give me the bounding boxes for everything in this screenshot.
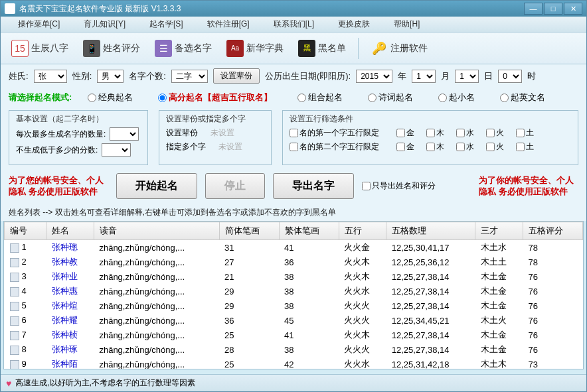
menu-item-2[interactable]: 起名学[S] xyxy=(137,17,195,32)
month-select[interactable]: 1 xyxy=(412,70,436,83)
table-row[interactable]: 4张种惠zhāng,zhǔng/chóng,...2938火火水12,25,27… xyxy=(5,284,583,298)
window-title: 名震天下宝宝起名软件专业版 最新版 V1.3.3.3 xyxy=(19,3,524,15)
toolbar-1[interactable]: 📱姓名评分 xyxy=(78,37,145,60)
col-0[interactable]: 编号 xyxy=(5,222,46,240)
row-icon xyxy=(10,316,19,326)
mode-radio-0[interactable]: 经典起名 xyxy=(88,92,133,103)
day-select[interactable]: 1 xyxy=(455,70,479,83)
toolbar-0[interactable]: 15生辰八字 xyxy=(6,37,74,60)
table-row[interactable]: 8张种琢zhāng,zhǔng/chóng,...2838火火火12,25,27… xyxy=(5,342,583,357)
row-icon xyxy=(10,360,19,369)
col-1[interactable]: 姓名 xyxy=(46,222,94,240)
fieldset2-title: 设置辈份或指定多个字 xyxy=(166,113,264,125)
maximize-button[interactable]: □ xyxy=(544,3,562,15)
warning-right: 为了你的帐号安全、个人隐私 务必使用正版软件 xyxy=(479,175,578,198)
stop-button[interactable]: 停止 xyxy=(205,173,265,199)
row-icon xyxy=(10,331,19,340)
gender-select[interactable]: 男 xyxy=(97,70,124,83)
toolbar-icon-2: ☰ xyxy=(155,40,172,57)
count-label: 名字个数: xyxy=(129,70,166,82)
toolbar-5[interactable]: 🔑注册软件 xyxy=(365,37,433,60)
name-table[interactable]: 编号姓名读音简体笔画繁体笔画五行五格数理三才五格评分 1张种璁zhāng,zhǔ… xyxy=(3,221,584,369)
surname-label: 姓氏: xyxy=(9,70,29,82)
row-icon xyxy=(10,243,19,253)
mode-label: 请选择起名模式: xyxy=(9,92,72,103)
count-select[interactable]: 二字 xyxy=(171,70,208,83)
toolbar-icon-5: 🔑 xyxy=(371,40,388,57)
table-row[interactable]: 9张种陌zhāng,zhǔng/chóng,...2542火火水12,25,31… xyxy=(5,357,583,369)
mode-radio-2[interactable]: 组合起名 xyxy=(297,92,343,103)
wuxing-1-3[interactable]: 火 xyxy=(486,141,504,153)
table-row[interactable]: 3张种业zhāng,zhǔng/chóng,...2138火火木12,25,27… xyxy=(5,269,583,284)
app-icon xyxy=(5,3,15,14)
toolbar-icon-0: 15 xyxy=(11,40,29,57)
menu-item-4[interactable]: 联系我们[L] xyxy=(262,17,326,32)
toolbar-icon-4: 黑 xyxy=(298,40,315,57)
wuxing-0-2[interactable]: 水 xyxy=(456,127,474,139)
menu-item-5[interactable]: 更换皮肤 xyxy=(326,17,382,32)
export-button[interactable]: 导出名字 xyxy=(273,173,354,199)
row-icon xyxy=(10,273,19,282)
wuxing-1-4[interactable]: 土 xyxy=(516,141,534,153)
mode-radio-4[interactable]: 起小名 xyxy=(438,92,475,103)
year-select[interactable]: 2015 xyxy=(356,70,392,83)
col-6[interactable]: 五格数理 xyxy=(386,222,475,240)
row-icon xyxy=(10,258,19,267)
heart-icon: ♥ xyxy=(6,378,11,389)
hour-select[interactable]: 0 xyxy=(498,70,522,83)
col-8[interactable]: 五格评分 xyxy=(523,222,582,240)
toolbar-icon-3: Aa xyxy=(226,40,244,57)
table-row[interactable]: 6张种耀zhāng,zhǔng/chóng,...3645火火火12,25,34… xyxy=(5,313,583,328)
wuxing-1-0[interactable]: 金 xyxy=(396,141,414,153)
row-icon xyxy=(10,287,19,296)
row-icon xyxy=(10,346,19,355)
col-5[interactable]: 五行 xyxy=(339,222,386,240)
mode-radio-5[interactable]: 起英文名 xyxy=(500,92,545,103)
wuxing-0-4[interactable]: 土 xyxy=(516,127,534,139)
minimize-button[interactable]: — xyxy=(524,3,543,15)
mode-radio-3[interactable]: 诗词起名 xyxy=(368,92,413,103)
warning-left: 为了您的帐号安全、个人隐私 务必使用正版软件 xyxy=(9,175,108,198)
export-only-check[interactable]: 只导出姓名和评分 xyxy=(362,180,436,192)
toolbar-2[interactable]: ☰备选名字 xyxy=(149,37,217,60)
menu-item-3[interactable]: 软件注册[G] xyxy=(195,17,262,32)
min-score-select[interactable] xyxy=(102,143,131,157)
col-4[interactable]: 繁体笔画 xyxy=(279,222,339,240)
toolbar-icon-1: 📱 xyxy=(83,40,100,57)
wuxing-0-1[interactable]: 木 xyxy=(426,127,444,139)
fieldset3-title: 设置五行筛选条件 xyxy=(290,113,571,125)
menu-item-6[interactable]: 帮助[H] xyxy=(382,17,432,32)
table-row[interactable]: 5张种煊zhāng,zhǔng/chóng,...2938火火火12,25,27… xyxy=(5,298,583,313)
menu-item-1[interactable]: 育儿知识[Y] xyxy=(72,17,137,32)
gen-setting-button[interactable]: 设置辈份 xyxy=(213,68,260,84)
table-row[interactable]: 7张种桢zhāng,zhǔng/chóng,...2541火火木12,25,27… xyxy=(5,328,583,342)
wuxing-1-2[interactable]: 水 xyxy=(456,141,474,153)
table-row[interactable]: 2张种教zhāng,zhǔng/chóng,...2736火火木12,25,25… xyxy=(5,255,583,269)
max-count-select[interactable] xyxy=(110,127,139,141)
birth-label: 公历出生日期(即阳历): xyxy=(265,70,351,82)
wuxing-0-3[interactable]: 火 xyxy=(486,127,504,139)
wuxing-0-0[interactable]: 金 xyxy=(396,127,414,139)
wuxing-1-1[interactable]: 木 xyxy=(426,141,444,153)
table-row[interactable]: 1张种璁zhāng,zhǔng/chóng,...3141火火金12,25,30… xyxy=(5,240,583,255)
mode-radio-1[interactable]: 高分起名【超吉五行取名】 xyxy=(158,92,272,103)
surname-select[interactable]: 张 xyxy=(34,70,67,83)
col-2[interactable]: 读音 xyxy=(94,222,219,240)
col-3[interactable]: 简体笔画 xyxy=(219,222,279,240)
gender-label: 性别: xyxy=(72,70,92,82)
row-icon xyxy=(10,302,19,311)
start-button[interactable]: 开始起名 xyxy=(116,173,197,199)
close-button[interactable]: ✕ xyxy=(564,3,582,15)
toolbar-4[interactable]: 黑黑名单 xyxy=(293,37,351,60)
fieldset1-title: 基本设置（起二字名时） xyxy=(16,113,141,125)
wuxing-first-check[interactable]: 名的第一个字五行限定 xyxy=(290,127,379,139)
list-hint: 姓名列表 --> 双击姓名可查看详细解释,右键单击可添加到备选名字或添加不喜欢的… xyxy=(1,204,586,221)
toolbar-3[interactable]: Aa新华字典 xyxy=(221,37,289,60)
status-text: 高速生成,以好听为主,不考虑名字的五行数理等因素 xyxy=(15,377,195,389)
col-7[interactable]: 三才 xyxy=(475,222,523,240)
menu-item-0[interactable]: 操作菜单[C] xyxy=(6,17,72,32)
wuxing-second-check[interactable]: 名的第二个字五行限定 xyxy=(290,141,379,153)
